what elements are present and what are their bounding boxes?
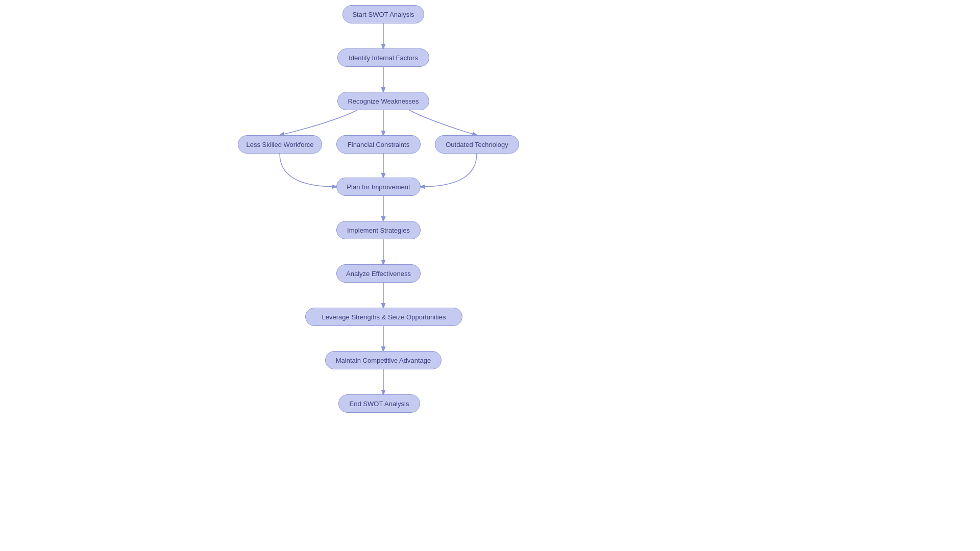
recognize-node: Recognize Weaknesses xyxy=(337,92,429,110)
financial-node: Financial Constraints xyxy=(336,135,421,154)
connectors-svg xyxy=(0,0,980,551)
diagram-container: Start SWOT Analysis Identify Internal Fa… xyxy=(0,0,980,551)
end-node: End SWOT Analysis xyxy=(338,394,420,413)
plan-node: Plan for Improvement xyxy=(336,178,421,196)
identify-node: Identify Internal Factors xyxy=(337,48,429,67)
outdated-node: Outdated Technology xyxy=(435,135,519,154)
less-skilled-node: Less Skilled Workforce xyxy=(238,135,322,154)
analyze-node: Analyze Effectiveness xyxy=(336,264,421,283)
implement-node: Implement Strategies xyxy=(336,221,421,239)
leverage-node: Leverage Strengths & Seize Opportunities xyxy=(305,308,462,326)
start-node: Start SWOT Analysis xyxy=(342,5,424,23)
maintain-node: Maintain Competitive Advantage xyxy=(325,351,442,369)
